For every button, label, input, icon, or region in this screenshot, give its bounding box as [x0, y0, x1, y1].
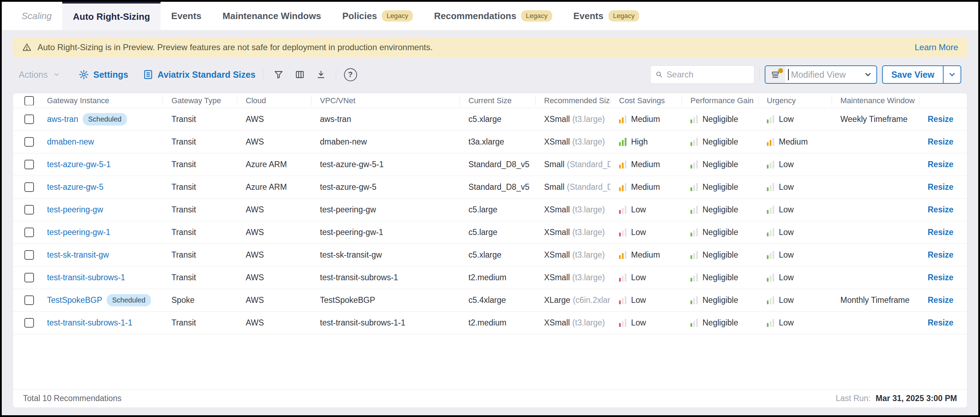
filter-button[interactable]	[272, 68, 286, 82]
col-header-maintenance-window[interactable]: Maintenance Window	[832, 96, 919, 105]
col-header-performance-gain[interactable]: Performance Gain	[682, 96, 758, 105]
col-header-cost-savings[interactable]: Cost Savings	[611, 96, 682, 105]
last-run-label: Last Run:	[836, 394, 870, 403]
row-checkbox[interactable]	[24, 182, 34, 192]
gateway-instance-link[interactable]: test-transit-subrows-1-1	[47, 318, 132, 328]
save-view-split-button: Save View	[882, 65, 961, 84]
row-checkbox[interactable]	[24, 295, 34, 305]
row-menu-kebab-icon[interactable]: ⋮	[964, 227, 967, 238]
recommended-size-cell: XSmall (t3.large)	[536, 137, 611, 147]
resize-button[interactable]: Resize	[928, 160, 953, 169]
gateway-type-cell: Transit	[163, 137, 237, 147]
tab-events-legacy[interactable]: EventsLegacy	[563, 2, 650, 30]
tab-scaling[interactable]: Scaling	[11, 2, 62, 30]
recommended-size-detail: (c6in.2xlarge)	[573, 295, 611, 305]
tab-auto-right-sizing[interactable]: Auto Right-Sizing	[62, 2, 161, 30]
resize-button[interactable]: Resize	[928, 295, 953, 305]
row-checkbox[interactable]	[24, 137, 34, 147]
col-header-gateway-instance[interactable]: Gateway Instance	[38, 96, 163, 105]
gateway-instance-link[interactable]: test-transit-subrows-1	[47, 273, 125, 282]
row-checkbox[interactable]	[24, 205, 34, 214]
row-menu-kebab-icon[interactable]: ⋮	[964, 159, 967, 170]
row-checkbox[interactable]	[24, 273, 34, 282]
resize-button[interactable]: Resize	[928, 250, 953, 260]
row-checkbox[interactable]	[24, 250, 34, 260]
row-checkbox[interactable]	[24, 160, 34, 169]
divider	[336, 68, 336, 81]
resize-button[interactable]: Resize	[928, 228, 953, 237]
recommendations-table: Gateway Instance Gateway Type Cloud VPC/…	[13, 93, 967, 408]
row-menu-kebab-icon[interactable]: ⋮	[964, 295, 967, 306]
resize-button[interactable]: Resize	[928, 114, 953, 124]
urgency-bars-icon	[767, 206, 774, 214]
legacy-badge: Legacy	[521, 10, 552, 22]
resize-button[interactable]: Resize	[928, 205, 953, 214]
table-row: TestSpokeBGP Scheduled Spoke AWS TestSpo…	[13, 289, 967, 312]
resize-button[interactable]: Resize	[928, 318, 953, 328]
maintenance-window-cell: Monthly Timeframe	[832, 295, 919, 305]
search-input[interactable]	[667, 70, 749, 79]
current-size-cell: c5.large	[460, 228, 536, 237]
tab-events[interactable]: Events	[161, 2, 212, 30]
cost-savings-bars-icon	[619, 296, 627, 304]
columns-button[interactable]	[293, 68, 307, 82]
gateway-instance-link[interactable]: test-azure-gw-5	[47, 182, 103, 192]
download-button[interactable]	[314, 68, 328, 82]
row-menu-kebab-icon[interactable]: ⋮	[964, 250, 967, 260]
col-header-current-size[interactable]: Current Size	[460, 96, 536, 105]
performance-gain-cell: Negligible	[682, 160, 758, 169]
tab-recommendations[interactable]: RecommendationsLegacy	[423, 2, 563, 30]
urgency-cell: Medium	[758, 137, 832, 147]
recommended-size-cell: XSmall (t3.large)	[536, 228, 611, 237]
row-menu-kebab-icon[interactable]: ⋮	[964, 182, 967, 193]
select-all-checkbox[interactable]	[24, 96, 34, 105]
current-size-cell: c5.xlarge	[460, 250, 536, 260]
gateway-instance-link[interactable]: dmaben-new	[47, 137, 94, 147]
row-menu-kebab-icon[interactable]: ⋮	[964, 273, 967, 283]
col-header-urgency[interactable]: Urgency	[758, 96, 832, 105]
cost-savings-bars-icon	[619, 251, 627, 259]
gateway-instance-link[interactable]: test-peering-gw	[47, 205, 103, 214]
performance-gain-cell: Negligible	[682, 273, 758, 282]
view-selector[interactable]: Modified View	[765, 65, 877, 84]
aviatrix-standard-sizes-button[interactable]: Aviatrix Standard Sizes	[143, 69, 256, 80]
recommended-size-cell: XSmall (t3.large)	[536, 273, 611, 282]
recommended-size-detail: (t3.large)	[573, 137, 605, 147]
resize-button[interactable]: Resize	[928, 137, 953, 147]
save-view-button[interactable]: Save View	[883, 66, 943, 83]
learn-more-link[interactable]: Learn More	[915, 43, 958, 52]
col-header-recommended-size[interactable]: Recommended Size	[536, 96, 611, 105]
row-menu-kebab-icon[interactable]: ⋮	[964, 318, 967, 328]
save-view-menu-button[interactable]	[943, 66, 961, 83]
tab-policies[interactable]: PoliciesLegacy	[332, 2, 423, 30]
row-menu-kebab-icon[interactable]: ⋮	[964, 205, 967, 215]
row-checkbox[interactable]	[24, 318, 34, 328]
recommended-size-cell: XSmall (t3.large)	[536, 114, 611, 124]
performance-gain-bars-icon	[690, 160, 698, 168]
row-checkbox[interactable]	[24, 228, 34, 237]
performance-gain-bars-icon	[690, 296, 698, 304]
tab-maintenance-windows[interactable]: Maintenance Windows	[212, 2, 332, 30]
col-header-gateway-type[interactable]: Gateway Type	[163, 96, 237, 105]
col-header-vpc-vnet[interactable]: VPC/VNet	[312, 96, 460, 105]
actions-dropdown[interactable]: Actions	[19, 70, 60, 80]
gateway-instance-link[interactable]: test-sk-transit-gw	[47, 250, 109, 260]
urgency-cell: Low	[758, 318, 832, 328]
row-menu-kebab-icon[interactable]: ⋮	[964, 114, 967, 125]
gateway-instance-link[interactable]: test-azure-gw-5-1	[47, 160, 111, 169]
resize-button[interactable]: Resize	[928, 182, 953, 192]
divider	[263, 68, 264, 81]
gateway-instance-link[interactable]: TestSpokeBGP	[47, 295, 102, 305]
gateway-type-cell: Transit	[163, 250, 237, 260]
tab-bar: Scaling Auto Right-Sizing Events Mainten…	[2, 2, 978, 30]
resize-button[interactable]: Resize	[928, 273, 953, 282]
gateway-instance-link[interactable]: aws-tran	[47, 114, 78, 124]
row-menu-kebab-icon[interactable]: ⋮	[964, 137, 967, 147]
help-button[interactable]: ?	[344, 68, 357, 81]
gateway-type-cell: Transit	[163, 318, 237, 328]
settings-button[interactable]: Settings	[78, 69, 128, 80]
row-checkbox[interactable]	[24, 114, 34, 124]
performance-gain-cell: Negligible	[682, 318, 758, 328]
col-header-cloud[interactable]: Cloud	[237, 96, 312, 105]
gateway-instance-link[interactable]: test-peering-gw-1	[47, 228, 110, 237]
